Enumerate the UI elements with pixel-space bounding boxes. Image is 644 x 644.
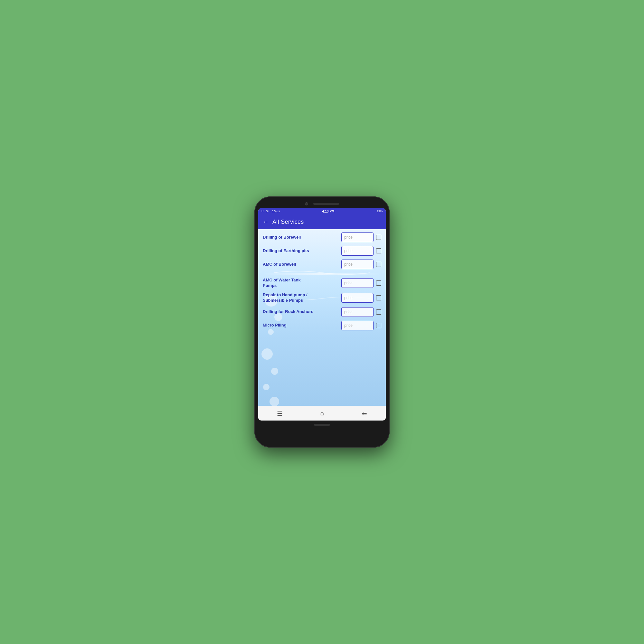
checkbox-drilling-earthing[interactable]: [376, 248, 381, 253]
page-title: All Services: [272, 219, 304, 225]
menu-nav-button[interactable]: ☰: [277, 410, 283, 417]
phone-screen: H₁ G↑↓ 0.5K/s 4:13 PM 99% ← All Services: [258, 208, 386, 421]
status-time: 4:13 PM: [322, 210, 335, 213]
bottom-nav: ☰ ⌂ ⬅: [258, 406, 386, 421]
price-input-drilling-rock-anchors[interactable]: [341, 307, 374, 317]
price-input-drilling-borewell[interactable]: [341, 232, 374, 242]
service-right-amc-water-tank: [341, 278, 381, 288]
service-row-3: AMC of Borewell: [263, 260, 381, 269]
service-row: Drilling of Borewell: [263, 232, 381, 242]
checkbox-amc-borewell[interactable]: [376, 262, 381, 267]
price-input-amc-borewell[interactable]: [341, 260, 374, 269]
service-row-7: Micro Piling: [263, 321, 381, 330]
service-right-drilling-borewell: [341, 232, 381, 242]
divider-wave: [263, 273, 381, 275]
service-right-drilling-earthing: [341, 246, 381, 256]
content-area: Drilling of Borewell Drilling of Earthin…: [258, 229, 386, 406]
service-label-repair-hand-pump: Repair to Hand pump / Submersible Pumps: [263, 292, 314, 303]
service-row-6: Drilling for Rock Anchors: [263, 307, 381, 317]
status-left: H₁ G↑↓ 0.5K/s: [261, 210, 280, 213]
service-row-4: AMC of Water Tank Pumps: [263, 278, 381, 289]
price-input-repair-hand-pump[interactable]: [341, 293, 374, 303]
app-header: ← All Services: [258, 214, 386, 229]
wave-decoration: [258, 268, 386, 278]
physical-home-button: [314, 424, 330, 426]
checkbox-repair-hand-pump[interactable]: [376, 295, 381, 300]
service-label-amc-water-tank: AMC of Water Tank Pumps: [263, 278, 314, 289]
back-button[interactable]: ←: [263, 219, 269, 225]
status-bar: H₁ G↑↓ 0.5K/s 4:13 PM 99%: [258, 208, 386, 214]
status-right: 99%: [377, 210, 383, 213]
service-label-micro-piling: Micro Piling: [263, 323, 314, 328]
camera: [305, 202, 308, 205]
price-input-micro-piling[interactable]: [341, 321, 374, 330]
service-right-amc-borewell: [341, 260, 381, 269]
service-label-amc-borewell: AMC of Borewell: [263, 262, 314, 267]
price-input-drilling-earthing[interactable]: [341, 246, 374, 256]
home-nav-button[interactable]: ⌂: [320, 410, 324, 417]
service-right-micro-piling: [341, 321, 381, 330]
service-label-drilling-rock-anchors: Drilling for Rock Anchors: [263, 309, 314, 315]
service-row-2: Drilling of Earthing pits: [263, 246, 381, 256]
checkbox-drilling-borewell[interactable]: [376, 235, 381, 240]
phone-bottom: [258, 424, 386, 426]
battery-info: 99%: [377, 210, 383, 213]
service-label-drilling-borewell: Drilling of Borewell: [263, 235, 314, 240]
price-input-amc-water-tank[interactable]: [341, 278, 374, 288]
service-right-repair-hand-pump: [341, 293, 381, 303]
service-label-drilling-earthing: Drilling of Earthing pits: [263, 248, 314, 254]
phone-device: H₁ G↑↓ 0.5K/s 4:13 PM 99% ← All Services: [254, 196, 390, 448]
checkbox-amc-water-tank[interactable]: [376, 280, 381, 286]
service-right-drilling-rock-anchors: [341, 307, 381, 317]
phone-top-bar: [258, 202, 386, 205]
water-decoration: [258, 229, 386, 406]
back-nav-button[interactable]: ⬅: [362, 410, 367, 417]
speaker: [313, 203, 339, 205]
service-row-5: Repair to Hand pump / Submersible Pumps: [263, 292, 381, 303]
network-info: H₁ G↑↓ 0.5K/s: [261, 210, 280, 213]
checkbox-drilling-rock-anchors[interactable]: [376, 309, 381, 315]
checkbox-micro-piling[interactable]: [376, 323, 381, 328]
